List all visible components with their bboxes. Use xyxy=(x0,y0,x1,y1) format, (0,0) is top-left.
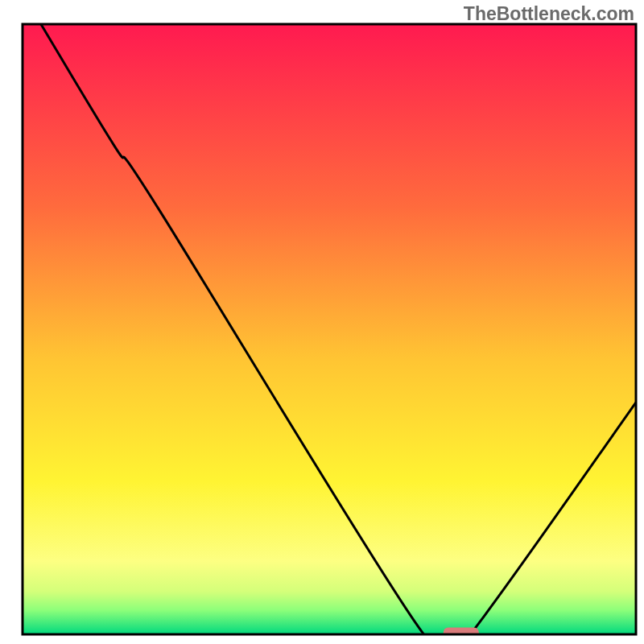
chart-container: TheBottleneck.com xyxy=(0,0,644,644)
watermark-text: TheBottleneck.com xyxy=(464,3,634,25)
gradient-background xyxy=(23,24,636,634)
optimal-marker xyxy=(444,628,479,638)
bottleneck-chart xyxy=(0,0,644,644)
